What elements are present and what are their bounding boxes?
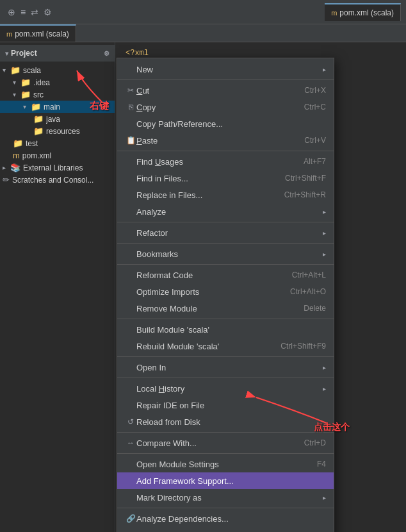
menu-item-shortcut-find_in_files: Ctrl+Shift+F — [285, 174, 326, 183]
menu-item-shortcut-find_usages: Alt+F7 — [304, 157, 326, 166]
menu-item-mark_directory_as[interactable]: Mark Directory as▸ — [117, 489, 334, 506]
menu-item-label-find_in_files: Find in Files... — [136, 174, 275, 183]
menu-item-icon-compare_with: ↔ — [125, 438, 136, 447]
file-tree: ▾ 📁 scala ▾ 📁 .idea ▾ 📁 src ▾ 📁 main 📁 j… — [0, 62, 115, 188]
menu-item-shortcut-cut: Ctrl+X — [304, 86, 326, 95]
menu-item-label-add_framework_support: Add Framework Support... — [136, 476, 326, 486]
tree-item-pom-xml[interactable]: m pom.xml — [0, 149, 115, 162]
menu-item-refactor[interactable]: Refactor▸ — [117, 224, 334, 241]
menu-separator-after-bookmarks — [117, 264, 334, 265]
toolbar-icon-add[interactable]: ⊕ — [8, 7, 15, 17]
tree-arrow-src: ▾ — [13, 91, 20, 98]
lib-icon-ext: 📚 — [10, 163, 20, 172]
menu-item-shortcut-open_module_settings: F4 — [317, 460, 326, 469]
tree-arrow-scala: ▾ — [3, 67, 10, 74]
menu-item-submenu-arrow-refactor: ▸ — [323, 229, 326, 237]
menu-item-replace_in_files[interactable]: Replace in Files...Ctrl+Shift+R — [117, 187, 334, 203]
menu-item-label-bookmarks: Bookmarks — [136, 249, 320, 259]
menu-item-icon-copy: ⎘ — [125, 103, 136, 112]
menu-item-submenu-arrow-analyze: ▸ — [323, 208, 326, 215]
menu-item-label-cut: Cut — [136, 86, 294, 96]
menu-item-compare_with[interactable]: ↔Compare With...Ctrl+D — [117, 435, 334, 451]
menu-item-shortcut-replace_in_files: Ctrl+Shift+R — [284, 190, 326, 199]
menu-item-label-repair_ide: Repair IDE on File — [136, 401, 326, 410]
menu-separator-after-remove_module — [117, 319, 334, 319]
menu-item-shortcut-copy: Ctrl+C — [304, 103, 326, 112]
xml-icon-pom: m — [13, 151, 20, 160]
tree-arrow-idea: ▾ — [13, 79, 20, 86]
toolbar-icon-list[interactable]: ≡ — [20, 7, 26, 17]
menu-item-label-open_module_settings: Open Module Settings — [136, 460, 307, 469]
menu-item-build_module[interactable]: Build Module 'scala' — [117, 321, 334, 338]
tab-pom-xml[interactable]: m pom.xml (scala) — [325, 3, 401, 21]
tree-item-scratches[interactable]: ✏ Scratches and Consol... — [0, 174, 115, 186]
tab-pom-xml-main[interactable]: m pom.xml (scala) — [0, 24, 76, 42]
folder-icon-scala: 📁 — [10, 65, 20, 75]
menu-item-copy[interactable]: ⎘CopyCtrl+C — [117, 99, 334, 115]
menu-item-reformat_code[interactable]: Reformat CodeCtrl+Alt+L — [117, 267, 334, 283]
menu-item-label-new: New — [136, 65, 320, 74]
menu-item-shortcut-optimize_imports: Ctrl+Alt+O — [290, 287, 326, 296]
folder-icon-src: 📁 — [20, 90, 31, 99]
menu-separator-after-analyze — [117, 222, 334, 222]
folder-icon-idea: 📁 — [20, 78, 31, 87]
menu-separator-after-open_in — [117, 378, 334, 378]
tree-item-external-libs[interactable]: ▸ 📚 External Libraries — [0, 162, 115, 174]
tree-item-idea[interactable]: ▾ 📁 .idea — [0, 76, 115, 88]
menu-item-find_usages[interactable]: Find UsagesAlt+F7 — [117, 153, 334, 170]
menu-item-find_in_files[interactable]: Find in Files...Ctrl+Shift+F — [117, 170, 334, 187]
menu-item-label-local_history: Local History — [136, 384, 320, 394]
menu-item-label-mark_directory_as: Mark Directory as — [136, 493, 320, 503]
menu-item-rebuild_module[interactable]: Rebuild Module 'scala'Ctrl+Shift+F9 — [117, 338, 334, 354]
menu-item-copy_path[interactable]: Copy Path/Reference... — [117, 115, 334, 132]
menu-item-add_framework_support[interactable]: Add Framework Support... — [117, 472, 334, 489]
menu-item-submenu-arrow-local_history: ▸ — [323, 385, 326, 392]
menu-separator-after-mark_directory_as — [117, 508, 334, 508]
menu-item-label-compare_with: Compare With... — [136, 438, 294, 448]
menu-item-submenu-arrow-new: ▸ — [323, 66, 326, 73]
tree-item-src[interactable]: ▾ 📁 src — [0, 88, 115, 101]
folder-icon-test: 📁 — [13, 138, 23, 148]
menu-item-label-build_module: Build Module 'scala' — [136, 325, 326, 335]
toolbar-icon-settings[interactable]: ⚙ — [44, 7, 52, 17]
menu-item-paste[interactable]: 📋PasteCtrl+V — [117, 132, 334, 149]
menu-item-label-rebuild_module: Rebuild Module 'scala' — [136, 342, 270, 351]
toolbar-icon-swap[interactable]: ⇄ — [31, 7, 38, 17]
menu-item-label-replace_in_files: Replace in Files... — [136, 190, 274, 200]
tree-item-scala[interactable]: ▾ 📁 scala — [0, 64, 115, 76]
menu-item-label-remove_module: Remove Module — [136, 304, 293, 313]
menu-item-new[interactable]: New▸ — [117, 61, 334, 78]
menu-item-open_module_settings[interactable]: Open Module SettingsF4 — [117, 456, 334, 472]
menu-item-label-copy: Copy — [136, 103, 294, 112]
menu-item-shortcut-rebuild_module: Ctrl+Shift+F9 — [280, 342, 326, 351]
menu-item-shortcut-reformat_code: Ctrl+Alt+L — [292, 270, 326, 279]
menu-item-label-reformat_code: Reformat Code — [136, 270, 282, 280]
menu-item-open_in[interactable]: Open In▸ — [117, 359, 334, 376]
menu-item-cut[interactable]: ✂CutCtrl+X — [117, 82, 334, 99]
menu-item-submenu-arrow-mark_directory_as: ▸ — [323, 494, 326, 501]
folder-icon-java: 📁 — [33, 114, 44, 124]
panel-header: ▾ Project ⚙ — [0, 45, 115, 62]
tree-item-test[interactable]: 📁 test — [0, 137, 115, 149]
tree-item-java[interactable]: 📁 java — [0, 113, 115, 125]
menu-item-repair_ide[interactable]: Repair IDE on File — [117, 397, 334, 413]
menu-item-label-open_in: Open In — [136, 363, 320, 372]
menu-item-submenu-arrow-open_in: ▸ — [323, 364, 326, 371]
menu-item-label-analyze_dependencies: Analyze Dependencies... — [136, 514, 326, 524]
menu-item-reload_from_disk[interactable]: ↺Reload from Disk — [117, 413, 334, 430]
tree-item-main[interactable]: ▾ 📁 main — [0, 101, 115, 113]
menu-item-diagrams[interactable]: Diagrams▸ — [117, 527, 334, 532]
menu-separator-after-reload_from_disk — [117, 432, 334, 433]
menu-item-label-copy_path: Copy Path/Reference... — [136, 119, 326, 129]
panel-settings-icon[interactable]: ⚙ — [104, 50, 110, 57]
menu-item-bookmarks[interactable]: Bookmarks▸ — [117, 245, 334, 262]
menu-item-shortcut-remove_module: Delete — [304, 304, 326, 313]
menu-item-icon-cut: ✂ — [125, 86, 136, 95]
menu-item-local_history[interactable]: Local History▸ — [117, 380, 334, 397]
tree-item-resources[interactable]: 📁 resources — [0, 125, 115, 137]
menu-item-optimize_imports[interactable]: Optimize ImportsCtrl+Alt+O — [117, 283, 334, 300]
menu-item-analyze_dependencies[interactable]: 🔗Analyze Dependencies... — [117, 510, 334, 527]
menu-item-remove_module[interactable]: Remove ModuleDelete — [117, 300, 334, 317]
menu-item-analyze[interactable]: Analyze▸ — [117, 203, 334, 220]
folder-icon-main: 📁 — [31, 102, 41, 112]
